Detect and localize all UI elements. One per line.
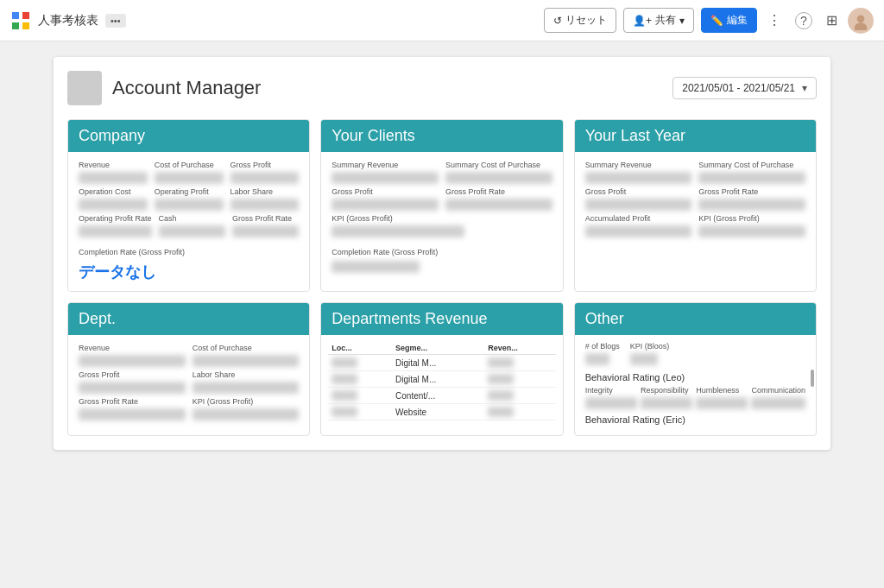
metric-operation-cost: Operation Cost [79,187,148,211]
metric-bar [332,261,420,273]
metric-label: Operating Profit [155,187,224,196]
cell-revenue [484,355,555,371]
metric-kpi: KPI (Gross Profit) [698,214,805,237]
dept-section-header: Dept. [68,303,309,335]
behavioral-leo-title: Behavioral Rating (Leo) [585,372,805,383]
bar [332,407,357,417]
metric-label: Gross Profit [79,370,186,379]
date-range-selector[interactable]: 2021/05/01 - 2021/05/21 ▾ [672,77,817,99]
cell-location [328,388,392,404]
clients-metrics-row1: Summary Revenue Summary Cost of Purchase [332,161,552,184]
metric-bar [585,353,609,365]
cell-revenue [484,404,555,420]
metric-bar [79,355,186,367]
metric-kpi: KPI (Gross Profit) [332,214,552,237]
metric-gross-profit-rate: Gross Profit Rate [698,187,805,211]
grid-view-button[interactable]: ⊞ [823,9,841,32]
metric-bar [193,382,300,394]
bar [488,390,514,401]
share-icon: 👤+ [633,15,652,27]
share-dropdown-icon: ▾ [679,15,685,27]
departments-revenue-section-header: Departments Revenue [321,303,562,335]
metric-bar [585,172,692,184]
metric-bar [79,225,152,237]
metric-label: Cost of Purchase [193,344,300,352]
edit-button[interactable]: ✏️ 編集 [701,8,757,33]
behavioral-eric-title: Behavioral Rating (Eric) [585,414,805,425]
dept-metrics-row2: Gross Profit Labor Share [79,370,299,394]
metric-operating-profit: Operating Profit [155,187,224,211]
company-completion: Completion Rate (Gross Profit) データなし [79,243,299,282]
date-dropdown-icon: ▾ [802,82,807,94]
completion-label: Completion Rate (Gross Profit) [79,248,185,256]
metric-label: Cost of Purchase [155,161,224,169]
bar [332,390,357,401]
metric-bar [585,397,637,409]
metric-cost-purchase: Cost of Purchase [193,344,300,367]
metric-accumulated-profit: Accumulated Profit [585,214,692,237]
more-options-button[interactable]: ⋮ [764,9,785,32]
reset-button[interactable]: ↺ リセット [544,8,616,33]
metric-bar [155,199,224,211]
metric-cost-purchase: Cost of Purchase [155,161,224,184]
behavioral-leo-grid: Integrity Responsibility Humbleness [585,386,805,409]
metric-label: Operating Profit Rate [79,214,152,223]
page-header-left: Account Manager [67,71,261,105]
metric-gross-profit: Gross Profit [79,370,186,394]
metric-bar [193,355,300,367]
cell-segment: Content/... [392,388,484,404]
metric-bar [698,172,805,184]
metric-bar [698,199,805,211]
manager-avatar [67,71,102,105]
metric-bar [232,225,299,237]
dept-section-body: Revenue Cost of Purchase Gross Profit [68,335,309,433]
page-header: Account Manager 2021/05/01 - 2021/05/21 … [67,71,817,105]
your-last-year-section-body: Summary Revenue Summary Cost of Purchase… [575,152,816,250]
dept-section: Dept. Revenue Cost of Purchase [67,302,310,436]
metric-label: Gross Profit Rate [79,397,186,406]
share-button[interactable]: 👤+ 共有 ▾ [623,8,694,33]
cell-location [328,355,392,371]
metric-summary-cost: Summary Cost of Purchase [445,161,552,184]
metric-gross-profit: Gross Profit [585,187,692,211]
metric-op-profit-rate: Operating Profit Rate [79,214,152,237]
col-location: Loc... [328,342,392,355]
metric-gross-profit: Gross Profit [332,187,439,211]
metric-humbleness: Humbleness [696,386,748,409]
help-icon: ? [795,12,812,29]
metric-label: Summary Revenue [585,161,692,169]
help-button[interactable]: ? [792,9,816,33]
your-clients-section: Your Clients Summary Revenue Summary Cos… [320,119,563,292]
topbar: 人事考核表 ••• ↺ リセット 👤+ 共有 ▾ ✏️ 編集 ⋮ ? ⊞ [0,0,884,41]
metric-label: KPI (Bloos) [630,342,670,351]
clients-completion: Completion Rate (Gross Profit) [332,243,552,273]
svg-rect-1 [22,12,29,19]
your-last-year-section: Your Last Year Summary Revenue Summary C… [574,119,817,292]
company-section: Company Revenue Cost of Purchase Gross P… [67,119,310,292]
company-section-header: Company [68,120,309,152]
metric-label: Integrity [585,386,637,395]
metric-label: # of Blogs [585,342,620,351]
metric-gross-profit-rate: Gross Profit Rate [445,187,552,211]
company-metrics-row1: Revenue Cost of Purchase Gross Profit [79,161,299,184]
your-clients-section-body: Summary Revenue Summary Cost of Purchase… [321,152,562,281]
other-section-body: # of Blogs KPI (Bloos) Behavioral Rating… [575,335,816,435]
metric-communication: Communication [751,386,805,409]
metric-label: Summary Cost of Purchase [445,161,552,169]
table-row: Digital M... [328,355,555,371]
company-section-body: Revenue Cost of Purchase Gross Profit [68,152,309,291]
cell-location [328,371,392,388]
metric-label: Communication [751,386,805,395]
top-sections-grid: Company Revenue Cost of Purchase Gross P… [67,119,817,292]
user-avatar[interactable] [848,8,874,34]
svg-point-4 [857,15,865,22]
svg-rect-3 [22,22,29,29]
table-row: Content/... [328,388,555,404]
last-year-metrics-row1: Summary Revenue Summary Cost of Purchase [585,161,805,184]
other-blogs-row: # of Blogs KPI (Bloos) [585,342,805,365]
metric-responsibility: Responsibility [641,386,692,409]
app-logo-icon [10,10,31,31]
metric-bar [445,172,552,184]
table-row: Digital M... [328,371,555,388]
metric-labor-share: Labor Share [193,370,300,394]
